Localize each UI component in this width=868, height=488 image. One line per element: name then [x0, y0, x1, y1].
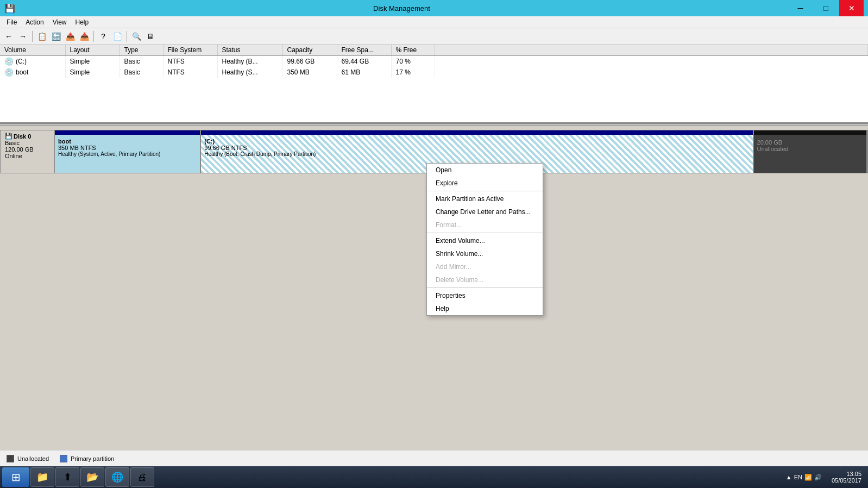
partition-unallocated[interactable]: 20.00 GB Unallocated — [754, 130, 867, 173]
disk-drive-icon: 💾 — [5, 133, 12, 140]
cell-fs: NTFS — [163, 56, 217, 67]
start-button[interactable]: ⊞ — [2, 467, 29, 487]
toolbar-btn4[interactable]: 📥 — [78, 30, 91, 43]
cell-layout: Simple — [65, 56, 119, 67]
taskbar-volume-icon: 🔊 — [814, 474, 822, 481]
legend-area: Unallocated Primary partition — [0, 450, 868, 466]
menu-action[interactable]: Action — [21, 17, 48, 27]
context-format: Format... — [427, 218, 543, 232]
taskbar: ⊞ 📁 ⬆ 📂 🌐 🖨 ▲ EN 📶 🔊 13:05 05/05/2017 — [0, 466, 868, 488]
context-properties[interactable]: Properties — [427, 289, 543, 302]
context-change-letter[interactable]: Change Drive Letter and Paths... — [427, 205, 543, 218]
toolbar-forward[interactable]: → — [16, 30, 29, 43]
clock-time: 13:05 — [832, 471, 861, 477]
cell-fs: NTFS — [163, 67, 217, 78]
toolbar-help[interactable]: ? — [97, 30, 110, 43]
disk-name: Disk 0 — [14, 133, 31, 140]
menu-view[interactable]: View — [48, 17, 71, 27]
taskbar-app-chrome[interactable]: 🌐 — [105, 467, 129, 487]
legend-primary-label: Primary partition — [71, 455, 114, 462]
partition-header-bar — [55, 130, 200, 135]
title-bar-left: 💾 — [4, 3, 15, 14]
context-shrink[interactable]: Shrink Volume... — [427, 247, 543, 260]
taskbar-clock[interactable]: 13:05 05/05/2017 — [827, 471, 866, 484]
menu-file[interactable]: File — [2, 17, 21, 27]
taskbar-system-icons: ▲ EN 📶 🔊 — [782, 474, 826, 481]
toolbar-props[interactable]: 📄 — [111, 30, 124, 43]
partition-size: 350 MB NTFS — [58, 145, 197, 151]
cell-status: Healthy (S... — [217, 67, 282, 78]
legend-unallocated: Unallocated — [7, 455, 49, 462]
toolbar-monitor[interactable]: 🖥 — [144, 30, 157, 43]
col-filesystem[interactable]: File System — [163, 45, 217, 56]
col-pctfree[interactable]: % Free — [391, 45, 435, 56]
volume-table: Volume Layout Type File System Status Ca… — [0, 45, 868, 78]
cell-type: Basic — [119, 67, 163, 78]
col-volume[interactable]: Volume — [0, 45, 65, 56]
separator-2 — [427, 233, 543, 233]
col-status[interactable]: Status — [217, 45, 282, 56]
clock-date: 05/05/2017 — [832, 477, 861, 484]
volume-list-area: Volume Layout Type File System Status Ca… — [0, 45, 868, 123]
taskbar-app-cmd[interactable]: ⬆ — [55, 467, 79, 487]
unallocated-label: Unallocated — [757, 146, 863, 152]
disk-icon: 💿 — [4, 57, 14, 66]
close-button[interactable]: ✕ — [839, 0, 864, 16]
context-menu: Open Explore Mark Partition as Active Ch… — [426, 163, 543, 316]
context-extend[interactable]: Extend Volume... — [427, 234, 543, 247]
legend-unallocated-color — [7, 455, 14, 462]
separator-3 — [427, 287, 543, 288]
partition-name: boot — [58, 138, 197, 145]
table-row[interactable]: 💿 (C:) Simple Basic NTFS Healthy (B... 9… — [0, 56, 868, 67]
cell-status: Healthy (B... — [217, 56, 282, 67]
partition-header-bar — [201, 130, 752, 135]
disk-size: 120.00 GB — [5, 146, 50, 153]
cell-capacity: 99.66 GB — [282, 56, 337, 67]
separator-1 — [427, 191, 543, 191]
taskbar-app-folder[interactable]: 📂 — [80, 467, 104, 487]
toolbar-back[interactable]: ← — [2, 30, 15, 43]
context-explore[interactable]: Explore — [427, 177, 543, 190]
cell-type: Basic — [119, 56, 163, 67]
partition-size: 99.66 GB NTFS — [204, 145, 749, 151]
cell-pctfree: 17 % — [391, 67, 435, 78]
toolbar-sep1 — [32, 31, 33, 42]
context-mark-active[interactable]: Mark Partition as Active — [427, 192, 543, 205]
minimize-button[interactable]: ─ — [788, 0, 813, 16]
toolbar-btn2[interactable]: 🔙 — [49, 30, 62, 43]
toolbar-sep2 — [93, 31, 94, 42]
context-delete: Delete Volume... — [427, 273, 543, 286]
context-open[interactable]: Open — [427, 164, 543, 177]
table-row[interactable]: 💿 boot Simple Basic NTFS Healthy (S... 3… — [0, 67, 868, 78]
context-help[interactable]: Help — [427, 302, 543, 315]
legend-primary-color — [60, 455, 67, 462]
menu-help[interactable]: Help — [71, 17, 93, 27]
cell-freespace: 61 MB — [337, 67, 391, 78]
legend-primary: Primary partition — [60, 455, 114, 462]
col-type[interactable]: Type — [119, 45, 163, 56]
col-layout[interactable]: Layout — [65, 45, 119, 56]
maximize-button[interactable]: □ — [814, 0, 838, 16]
taskbar-notification-icon[interactable]: ▲ — [786, 474, 792, 480]
partition-boot[interactable]: boot 350 MB NTFS Healthy (System, Active… — [55, 130, 201, 173]
col-capacity[interactable]: Capacity — [282, 45, 337, 56]
toolbar-search[interactable]: 🔍 — [130, 30, 143, 43]
taskbar-app-printer[interactable]: 🖨 — [130, 467, 154, 487]
partition-name: (C:) — [204, 138, 749, 145]
menu-bar: File Action View Help — [0, 16, 868, 28]
legend-unallocated-label: Unallocated — [17, 455, 49, 462]
toolbar-sep3 — [127, 31, 127, 42]
disk-type: Basic — [5, 140, 50, 146]
taskbar-app-explorer[interactable]: 📁 — [30, 467, 54, 487]
partition-status: Healthy (System, Active, Primary Partiti… — [58, 151, 197, 157]
cell-pctfree: 70 % — [391, 56, 435, 67]
main-window: 💾 Disk Management ─ □ ✕ File Action View… — [0, 0, 868, 488]
cell-capacity: 350 MB — [282, 67, 337, 78]
taskbar-lang-icon[interactable]: EN — [794, 474, 802, 480]
disk-label: 💾 Disk 0 Basic 120.00 GB Online — [0, 130, 54, 173]
toolbar-btn1[interactable]: 📋 — [35, 30, 48, 43]
toolbar-btn3[interactable]: 📤 — [64, 30, 77, 43]
title-controls: ─ □ ✕ — [788, 0, 864, 16]
app-icon: 💾 — [4, 3, 15, 14]
col-freespace[interactable]: Free Spa... — [337, 45, 391, 56]
